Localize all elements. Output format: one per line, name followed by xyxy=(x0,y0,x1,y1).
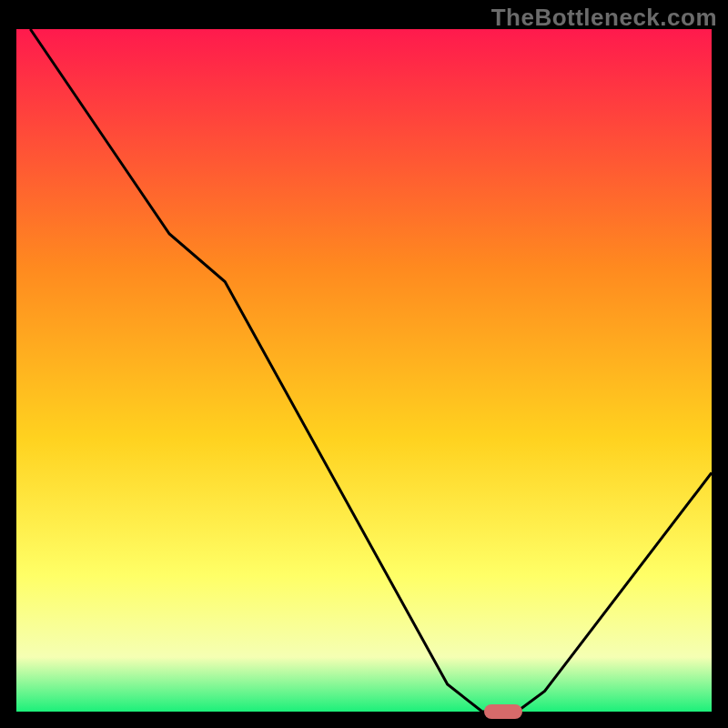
chart-frame: TheBottleneck.com xyxy=(0,0,728,728)
plot-area xyxy=(16,29,712,712)
optimal-marker xyxy=(484,704,522,719)
chart-svg xyxy=(16,29,712,712)
watermark-text: TheBottleneck.com xyxy=(491,4,717,32)
